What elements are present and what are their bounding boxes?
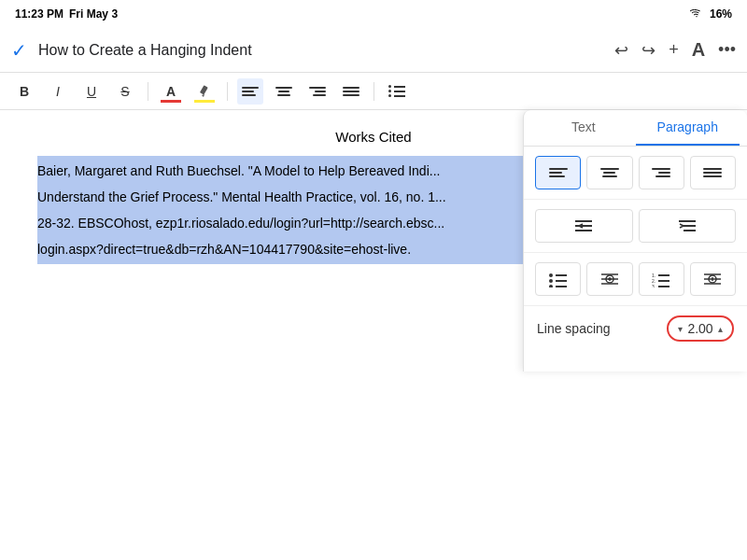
align-center-icon	[275, 87, 292, 96]
highlight-button[interactable]	[191, 78, 218, 105]
panel-ordered-list-button[interactable]: 1. 2. 3.	[639, 262, 684, 296]
justify-icon	[343, 87, 359, 96]
underline-button[interactable]: U	[78, 78, 105, 105]
svg-text:3.: 3.	[652, 284, 655, 287]
panel-justify-button[interactable]	[690, 156, 736, 189]
line-spacing-value: 2.00	[686, 321, 714, 336]
line-spacing-control: ▾ 2.00 ▴	[667, 315, 734, 342]
list-grid: 1. 2. 3.	[535, 262, 736, 296]
svg-rect-0	[200, 85, 208, 94]
date: Fri May 3	[69, 7, 118, 21]
line-spacing-row: Line spacing ▾ 2.00 ▴	[524, 306, 747, 351]
line-spacing-down-button[interactable]: ▾	[678, 324, 683, 334]
spacing-after-icon	[702, 271, 723, 287]
status-right: 16%	[689, 7, 732, 21]
strikethrough-button[interactable]: S	[112, 78, 138, 105]
panel-justify-icon	[703, 168, 722, 177]
svg-marker-1	[202, 94, 204, 97]
toolbar-actions: ↩ ↪ + A •••	[614, 39, 736, 61]
more-menu-button[interactable]: •••	[718, 40, 736, 60]
tab-text[interactable]: Text	[531, 110, 636, 146]
list-section: 1. 2. 3.	[524, 253, 747, 306]
alignment-grid	[535, 156, 736, 189]
divider-3	[374, 82, 374, 101]
panel-align-center-button[interactable]	[586, 156, 632, 189]
bold-button[interactable]: B	[11, 78, 37, 105]
indent-grid	[535, 209, 736, 243]
line-spacing-up-button[interactable]: ▴	[718, 324, 723, 334]
panel-align-center-icon	[600, 168, 619, 177]
indent-increase-icon	[677, 217, 698, 234]
panel-unordered-list-button[interactable]	[535, 262, 581, 296]
text-color-button[interactable]: A	[158, 78, 184, 105]
align-left-icon	[242, 87, 259, 96]
align-left-button[interactable]	[237, 78, 263, 105]
main-toolbar: ✓ How to Create a Hanging Indent ↩ ↪ + A…	[0, 28, 747, 73]
align-right-button[interactable]	[304, 78, 331, 105]
text-size-button[interactable]: A	[692, 39, 705, 61]
pencil-icon	[198, 85, 211, 98]
content-area: Works Cited Baier, Margaret and Ruth Bue…	[0, 110, 747, 560]
panel-align-left-button[interactable]	[535, 156, 581, 189]
tab-paragraph[interactable]: Paragraph	[636, 110, 740, 146]
panel-spacing-after-button[interactable]	[690, 262, 736, 296]
svg-point-12	[549, 285, 553, 287]
status-left: 11:23 PM Fri May 3	[15, 7, 118, 21]
panel-align-right-button[interactable]	[639, 156, 684, 189]
align-right-icon	[309, 87, 326, 96]
indent-increase-button[interactable]	[639, 209, 737, 243]
svg-point-10	[549, 279, 553, 283]
battery-text: 16%	[710, 7, 732, 21]
add-button[interactable]: +	[669, 40, 679, 60]
divider-1	[148, 82, 148, 101]
indent-decrease-button[interactable]	[535, 209, 633, 243]
format-bar: B I U S A	[0, 73, 747, 110]
document-title: How to Create a Hanging Indent	[38, 42, 611, 59]
status-bar: 11:23 PM Fri May 3 16%	[0, 0, 747, 28]
paragraph-panel: Text Paragraph	[523, 110, 747, 371]
wifi-icon	[689, 8, 704, 20]
undo-button[interactable]: ↩	[614, 40, 628, 61]
list-icon	[388, 86, 405, 97]
panel-align-right-icon	[652, 168, 670, 177]
unordered-list-icon	[548, 271, 569, 287]
indent-decrease-icon	[573, 217, 594, 234]
divider-2	[227, 82, 228, 101]
panel-tabs: Text Paragraph	[524, 110, 747, 147]
svg-point-8	[549, 273, 553, 277]
align-center-button[interactable]	[271, 78, 297, 105]
redo-button[interactable]: ↪	[641, 40, 655, 61]
indent-section	[524, 200, 747, 253]
panel-spacing-before-button[interactable]	[586, 262, 632, 296]
italic-button[interactable]: I	[45, 78, 71, 105]
list-button[interactable]	[384, 78, 410, 105]
line-spacing-label: Line spacing	[537, 321, 659, 336]
panel-align-left-icon	[549, 168, 568, 177]
checkmark-button[interactable]: ✓	[11, 39, 27, 62]
ordered-list-icon: 1. 2. 3.	[651, 271, 671, 287]
spacing-before-icon	[599, 271, 620, 287]
time: 11:23 PM	[15, 7, 63, 21]
alignment-section	[524, 147, 747, 200]
justify-button[interactable]	[338, 78, 364, 105]
